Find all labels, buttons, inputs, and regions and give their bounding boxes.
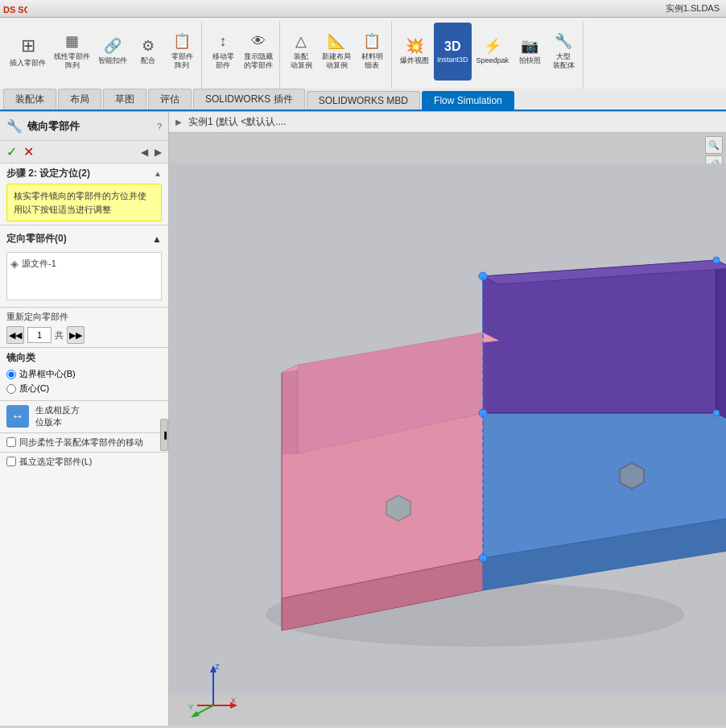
panel-scroll-handle[interactable]: ▐ <box>160 419 168 451</box>
title-bar: DS SOLIDWORKS 实例1.SLDAS <box>0 0 726 18</box>
sync-section: 同步柔性子装配体零部件的移动 <box>0 433 168 453</box>
tab-assembly[interactable]: 装配体 <box>3 89 56 110</box>
ribbon-toolbar: ⊞ 插入零部件 ▦ 线性零部件阵列 🔗 智能扣件 ⚙ 配合 📋 零部件阵 <box>0 18 726 89</box>
viewport: ▶ 实例1 (默认 <默认认.... 🔍 🔎 ↻ ⚙ ▲ <box>169 112 726 726</box>
isolate-checkbox-item[interactable]: 孤立选定零部件(L) <box>6 456 162 468</box>
snapshot-button[interactable]: 📷 拍快照 <box>514 23 546 81</box>
tab-evaluate[interactable]: 评估 <box>148 89 192 110</box>
opposite-version-icon: ↔ <box>6 405 29 428</box>
orient-collapse-icon: ▲ <box>152 234 162 245</box>
explode-icon: 💥 <box>406 38 423 56</box>
isolate-checkbox[interactable] <box>6 457 16 466</box>
reorient-label: 重新定向零部件 <box>6 311 162 323</box>
speedpak-button[interactable]: ⚡ Speedpak <box>473 23 513 81</box>
source-icon: ◈ <box>10 258 19 270</box>
forward-button[interactable]: ▶ <box>155 147 162 158</box>
large-assembly-label: 大型装配体 <box>553 52 575 70</box>
reference-button[interactable]: △ 装配动算例 <box>285 23 317 81</box>
new-layout-button[interactable]: 📐 新建布局动算例 <box>319 23 354 81</box>
move-label: 移动零部件 <box>212 52 234 70</box>
main-area: 🔧 镜向零部件 ? ✓ ✕ ◀ ▶ 步骤 2: 设定方位(2) ▲ 核实零件镜向… <box>0 112 726 726</box>
orient-header[interactable]: 定向零部件(0) ▲ <box>6 229 162 249</box>
step2-collapse-button[interactable]: ▲ <box>154 169 162 178</box>
reference-icon: △ <box>295 33 307 51</box>
ribbon-group-move-row: ↕ 移动零部件 👁 显示隐藏的零部件 <box>207 23 276 87</box>
svg-text:X: X <box>231 697 236 705</box>
instant3d-icon: 3D <box>444 39 460 54</box>
copy-mate-label: 零部件阵列 <box>171 52 193 70</box>
opp-line1: 生成相反方 <box>35 405 80 415</box>
speedpak-label: Speedpak <box>476 56 509 65</box>
tab-layout[interactable]: 布局 <box>58 89 101 110</box>
mate-button[interactable]: ⚙ 配合 <box>132 23 164 81</box>
explode-view-button[interactable]: 💥 爆炸视图 <box>397 23 432 81</box>
svg-text:Y: Y <box>188 703 193 711</box>
linear-array-button[interactable]: ▦ 线性零部件阵列 <box>51 23 93 81</box>
coordinate-axes: Z X Y <box>185 661 233 709</box>
tab-sketch[interactable]: 草图 <box>103 89 146 110</box>
svg-point-21 <box>713 410 720 416</box>
opposite-version-text: 生成相反方 位版本 <box>35 404 80 429</box>
large-assembly-icon: 🔧 <box>555 33 572 51</box>
instant3d-button[interactable]: 3D Instant3D <box>434 23 472 81</box>
panel-icon: 🔧 <box>6 118 23 134</box>
viewport-icon: ▶ <box>175 118 182 126</box>
svg-marker-10 <box>282 365 298 453</box>
cancel-button[interactable]: ✕ <box>23 144 34 159</box>
page-number-input[interactable] <box>27 327 52 343</box>
copy-mate-button[interactable]: 📋 零部件阵列 <box>166 23 198 81</box>
ribbon-group-ref-row: △ 装配动算例 📐 新建布局动算例 📋 材料明细表 <box>285 23 388 87</box>
bbox-center-option[interactable]: 边界框中心(B) <box>6 368 162 380</box>
centroid-option[interactable]: 质心(C) <box>6 383 162 395</box>
svg-marker-30 <box>191 711 200 718</box>
opposite-version-section: ↔ 生成相反方 位版本 <box>0 401 168 433</box>
orient-item-source[interactable]: ◈ 源文件-1 <box>10 256 158 271</box>
sw-logo: DS SOLIDWORKS <box>3 2 27 19</box>
orient-list: ◈ 源文件-1 <box>6 252 162 300</box>
opp-line2: 位版本 <box>35 417 62 427</box>
reorient-next-button[interactable]: ▶▶ <box>67 326 85 344</box>
snapshot-label: 拍快照 <box>519 56 541 65</box>
copy-mate-icon: 📋 <box>173 33 191 51</box>
tab-flow-simulation[interactable]: Flow Simulation <box>422 91 514 110</box>
panel-help-button[interactable]: ? <box>157 122 162 131</box>
ribbon-group-components: ⊞ 插入零部件 ▦ 线性零部件阵列 🔗 智能扣件 ⚙ 配合 📋 零部件阵 <box>3 21 202 89</box>
panel-header: 🔧 镜向零部件 ? <box>0 112 168 141</box>
tab-sw-plugins[interactable]: SOLIDWORKS 插件 <box>193 89 305 110</box>
move-component-button[interactable]: ↕ 移动零部件 <box>207 23 239 81</box>
reorient-section: 重新定向零部件 ◀◀ 共 ▶▶ <box>0 308 168 348</box>
tab-sw-mbd[interactable]: SOLIDWORKS MBD <box>307 91 420 110</box>
large-assembly-button[interactable]: 🔧 大型装配体 <box>547 23 580 81</box>
material-table-icon: 📋 <box>363 33 381 51</box>
new-layout-label: 新建布局动算例 <box>322 52 351 70</box>
svg-text:DS SOLIDWORKS: DS SOLIDWORKS <box>3 5 27 14</box>
sync-checkbox[interactable] <box>6 437 16 447</box>
confirm-button[interactable]: ✓ <box>6 144 17 159</box>
panel-actions: ✓ ✕ ◀ ▶ <box>0 141 168 163</box>
mate-icon: ⚙ <box>142 38 155 56</box>
sync-label: 同步柔性子装配体零部件的移动 <box>19 436 143 449</box>
material-table-button[interactable]: 📋 材料明细表 <box>356 23 388 81</box>
bbox-radio[interactable] <box>6 370 16 379</box>
3d-scene: Z X Y <box>169 133 726 726</box>
svg-marker-7 <box>716 260 726 421</box>
show-hide-button[interactable]: 👁 显示隐藏的零部件 <box>241 23 276 81</box>
ribbon-group-row: ⊞ 插入零部件 ▦ 线性零部件阵列 🔗 智能扣件 ⚙ 配合 📋 零部件阵 <box>6 23 198 87</box>
centroid-radio[interactable] <box>6 384 16 394</box>
back-button[interactable]: ◀ <box>141 147 148 158</box>
assembly-icon: 🔗 <box>104 38 122 56</box>
insert-component-button[interactable]: ⊞ 插入零部件 <box>6 23 49 81</box>
ribbon-group-view-row: 💥 爆炸视图 3D Instant3D ⚡ Speedpak 📷 拍快照 🔧 <box>397 23 580 87</box>
bbox-label: 边界框中心(B) <box>19 368 76 380</box>
snapshot-icon: 📷 <box>521 38 538 56</box>
assembly-label: 智能扣件 <box>98 56 127 65</box>
show-hide-label: 显示隐藏的零部件 <box>244 52 273 70</box>
step2-label: 步骤 2: 设定方位(2) <box>6 167 90 180</box>
assembly-button[interactable]: 🔗 智能扣件 <box>95 23 130 81</box>
linear-array-label: 线性零部件阵列 <box>54 52 90 70</box>
title-text: 实例1.SLDAS <box>666 2 720 14</box>
sync-checkbox-item[interactable]: 同步柔性子装配体零部件的移动 <box>6 436 162 449</box>
reorient-prev-button[interactable]: ◀◀ <box>6 326 24 344</box>
reference-label: 装配动算例 <box>291 52 312 70</box>
svg-marker-16 <box>620 463 644 489</box>
